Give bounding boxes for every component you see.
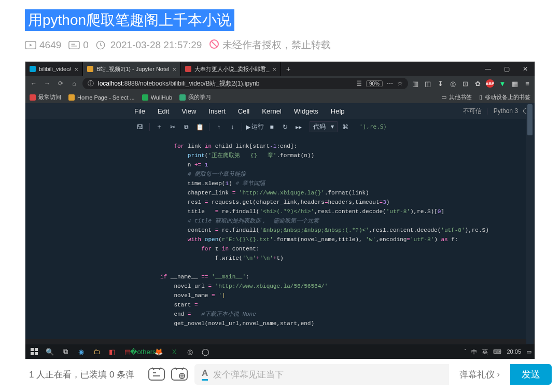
ext-icon[interactable]: ↧ <box>436 79 444 88</box>
bookmark-item[interactable]: 我的学习 <box>179 93 211 101</box>
zoom-badge[interactable]: 90% <box>366 80 383 87</box>
close-icon[interactable]: × <box>74 65 78 73</box>
home-button[interactable]: ⌂ <box>69 80 79 87</box>
restart-button[interactable]: ↻ <box>279 121 291 133</box>
menu-view[interactable]: View <box>181 107 196 115</box>
search-icon[interactable]: 🔍 <box>44 346 55 357</box>
kernel-label[interactable]: Python 3 <box>494 107 518 115</box>
ext-icon[interactable]: ▥ <box>411 79 419 88</box>
tab-2[interactable]: 大奉打更人小说_卖报小郎君_× <box>181 62 281 76</box>
down-button[interactable]: ↓ <box>227 121 238 133</box>
star-icon[interactable]: ☆ <box>397 80 403 87</box>
favicon-icon <box>30 66 36 72</box>
ext-icon[interactable]: ✿ <box>473 79 482 88</box>
wechat-icon[interactable]: �others <box>137 346 149 357</box>
up-button[interactable]: ↑ <box>213 121 225 133</box>
taskview-icon[interactable]: ⧉ <box>60 346 71 357</box>
maximize-button[interactable]: ▢ <box>497 62 516 76</box>
add-cell-button[interactable]: ＋ <box>153 121 165 133</box>
bookmark-item[interactable]: ▯ 移动设备上的书签 <box>479 93 530 101</box>
tab-0[interactable]: bilibili_video/× <box>25 62 83 76</box>
bookmark-item[interactable]: Home Page - Select ... <box>68 94 135 101</box>
scrollbar-vertical[interactable] <box>526 104 534 344</box>
edge-icon[interactable]: ◉ <box>75 346 87 357</box>
menu-edit[interactable]: Edit <box>158 107 169 115</box>
forbid-icon <box>209 39 219 52</box>
danmaku-etiquette[interactable]: 弹幕礼仪 › <box>455 369 504 381</box>
tray-chevron-icon[interactable]: ˆ <box>465 348 467 355</box>
new-tab-button[interactable]: + <box>281 65 296 73</box>
app-icon[interactable]: ◧ <box>106 346 118 357</box>
more-icon[interactable]: ⋯ <box>387 80 393 87</box>
url-input[interactable]: ⓘ localhost:8888/notebooks/bilibili_vide… <box>82 78 408 89</box>
bookmark-icon <box>30 94 36 101</box>
firefox-icon[interactable]: 🦊 <box>153 346 164 357</box>
cut-button[interactable]: ✂ <box>167 121 178 133</box>
bookmark-item[interactable]: ▭ 其他书签 <box>441 93 472 101</box>
bookmark-item[interactable]: 最常访问 <box>30 93 61 101</box>
menu-cell[interactable]: Cell <box>238 107 249 115</box>
ext-icon[interactable]: ▦ <box>511 79 519 88</box>
menu-kernel[interactable]: Kernel <box>262 107 282 115</box>
excel-icon[interactable]: X <box>169 346 180 357</box>
bookmark-icon <box>142 94 148 101</box>
font-style-icon[interactable]: A <box>202 368 208 381</box>
danmaku-settings-icon[interactable] <box>171 367 188 382</box>
ext-icon[interactable]: ⊡ <box>461 79 469 88</box>
jupyter-menu: File Edit View Insert Cell Kernel Widget… <box>25 103 535 119</box>
send-button[interactable]: 发送 <box>510 364 552 385</box>
danmaku-placeholder: 发个弹幕见证当下 <box>213 369 284 381</box>
reload-button[interactable]: ⟳ <box>55 80 66 87</box>
menu-insert[interactable]: Insert <box>208 107 226 115</box>
trusted-label[interactable]: 不可信 <box>463 107 482 116</box>
tab-1[interactable]: B站_视频2(1) - Jupyter Notel× <box>83 62 181 76</box>
clock[interactable]: 20:05 <box>507 348 521 355</box>
svg-rect-5 <box>35 348 38 351</box>
start-button[interactable] <box>29 346 40 357</box>
meta-row: 4649 0 2021-03-28 21:57:29 未经作者授权，禁止转载 <box>0 34 560 61</box>
copy-button[interactable]: ⧉ <box>180 121 192 133</box>
ext-icon[interactable]: ◫ <box>424 79 432 88</box>
clock-icon <box>96 40 107 50</box>
abp-icon[interactable]: ABP <box>486 79 494 88</box>
back-button[interactable]: ← <box>29 80 39 87</box>
danmaku-input[interactable]: A 发个弹幕见证当下 <box>194 364 449 385</box>
explorer-icon[interactable]: 🗀 <box>91 346 102 357</box>
bookmarks-bar: 最常访问 Home Page - Select ... WuliHub 我的学习… <box>25 91 535 103</box>
favicon-icon <box>185 66 191 72</box>
close-button[interactable]: ✕ <box>516 62 535 76</box>
fastfwd-button[interactable]: ▸▸ <box>293 121 304 133</box>
menu-widgets[interactable]: Widgets <box>294 107 318 115</box>
reader-icon[interactable]: ☰ <box>356 80 362 87</box>
ime-label[interactable]: 英 <box>482 348 488 356</box>
cmd-button[interactable]: ⌘ <box>340 121 351 133</box>
minimize-button[interactable]: — <box>479 62 497 76</box>
browser-tabs: bilibili_video/× B站_视频2(1) - Jupyter Not… <box>25 62 535 76</box>
danmaku-toggle-icon[interactable] <box>148 367 165 382</box>
ext-icon[interactable]: ◎ <box>449 79 457 88</box>
menu-icon[interactable]: ≡ <box>523 79 531 88</box>
menu-file[interactable]: File <box>134 107 145 115</box>
cell-type-select[interactable]: 代码 ▾ <box>310 121 338 132</box>
bookmark-item[interactable]: WuliHub <box>142 94 172 101</box>
run-button[interactable]: ▶ 运行 <box>246 122 264 131</box>
app-icon[interactable]: ◎ <box>184 346 195 357</box>
stop-button[interactable]: ■ <box>266 121 277 133</box>
forward-button[interactable]: → <box>42 80 52 87</box>
close-icon[interactable]: × <box>272 65 276 73</box>
close-icon[interactable]: × <box>173 65 177 73</box>
shield-icon[interactable]: ▼ <box>498 79 507 88</box>
notifications-icon[interactable]: ▭ <box>526 348 531 355</box>
comments: 0 <box>68 39 89 51</box>
screenshot-frame: bilibili_video/× B站_视频2(1) - Jupyter Not… <box>25 61 535 359</box>
menu-help[interactable]: Help <box>331 107 345 115</box>
paste-button[interactable]: 📋 <box>194 121 205 133</box>
app-icon[interactable]: ◯ <box>200 346 211 357</box>
ime-label[interactable]: 中 <box>471 348 477 356</box>
code-cell[interactable]: for link in child_link[start-1:end]: pri… <box>25 134 535 339</box>
save-button[interactable]: 🖫 <box>134 121 146 133</box>
svg-rect-6 <box>31 352 34 355</box>
svg-rect-8 <box>149 369 164 380</box>
keyboard-icon[interactable]: ⌨ <box>493 348 501 355</box>
windows-taskbar: 🔍 ⧉ ◉ 🗀 ◧ ▤ �others 🦊 X ◎ ◯ ˆ 中 英 ⌨ 20:0… <box>25 344 535 359</box>
